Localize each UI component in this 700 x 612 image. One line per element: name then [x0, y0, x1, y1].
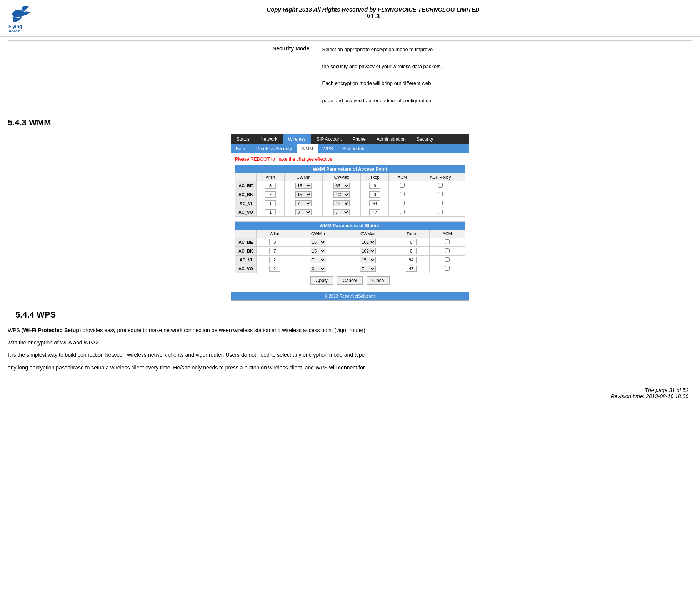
wmm-ap-col-txop: Txop — [361, 173, 389, 181]
nav-administration[interactable]: Administration — [371, 134, 411, 144]
nav-security[interactable]: Security — [411, 134, 438, 144]
wmm-ap-ac-vo-txop-input[interactable] — [369, 209, 380, 215]
wmm-ap-ac-vi-cwmax-select[interactable]: 15 — [333, 200, 350, 206]
wmm-ap-ac-vi-acm-checkbox[interactable] — [400, 201, 405, 205]
copyright-text: Copy Right 2013 All Rights Reserved by F… — [54, 6, 692, 13]
wmm-sta-ac-bk-aifsn-input[interactable] — [269, 248, 280, 254]
wmm-ap-ac-be-ack — [416, 181, 465, 190]
wmm-ap-ac-be-ack-checkbox[interactable] — [438, 183, 443, 188]
wmm-sta-ac-bk-txop-input[interactable] — [406, 248, 417, 254]
wmm-sta-ac-vi-acm-checkbox[interactable] — [445, 257, 450, 262]
sub-nav-station-info[interactable]: Station Info — [338, 144, 370, 153]
wmm-ap-ac-vo-cwmin-select[interactable]: 3 — [295, 209, 312, 215]
wmm-sta-ac-vi-cwmin-select[interactable]: 7 — [310, 257, 326, 263]
close-button[interactable]: Close — [367, 276, 390, 285]
wmm-sta-col-txop: Txop — [393, 230, 429, 238]
wmm-ap-ac-vi-ack-checkbox[interactable] — [438, 201, 443, 205]
nav-status[interactable]: Status — [231, 134, 255, 144]
wmm-ap-ac-vi-cwmin: 7 — [285, 199, 323, 208]
wmm-sta-ac-vi-acm — [430, 255, 465, 264]
wmm-sta-ac-vo-label: AC_VO — [235, 264, 257, 273]
wmm-sta-ac-be-txop-input[interactable] — [406, 239, 417, 245]
wmm-sta-ac-be-cwmin-select[interactable]: 15 — [310, 239, 326, 245]
wmm-sta-ac-vo-acm-checkbox[interactable] — [445, 266, 450, 271]
apply-button[interactable]: Apply — [310, 276, 333, 285]
wmm-ap-ac-bk-txop-input[interactable] — [369, 191, 380, 198]
table-row: AC_VI 7 15 — [235, 199, 465, 208]
wmm-sta-ac-be-aifsn-input[interactable] — [269, 239, 280, 245]
cancel-button[interactable]: Cancel — [337, 276, 363, 285]
wmm-ap-ac-vi-txop-input[interactable] — [369, 200, 380, 206]
nav-network[interactable]: Network — [255, 134, 283, 144]
wps-bold: Wi-Fi Protected Setup — [23, 327, 79, 333]
wmm-sta-ac-be-cwmax-select[interactable]: 1023 — [360, 239, 376, 245]
wmm-ap-ac-bk-aifsn-input[interactable] — [265, 191, 276, 198]
wmm-sta-ac-bk-acm-checkbox[interactable] — [445, 248, 450, 253]
wmm-sta-ac-vi-cwmin: 7 — [293, 255, 343, 264]
wmm-ap-ac-bk-cwmin-select[interactable]: 15 — [295, 191, 312, 198]
wmm-sta-ac-vo-aifsn-input[interactable] — [269, 266, 280, 272]
wmm-sta-ac-vo-acm — [430, 264, 465, 273]
wmm-sta-ac-vo-cwmin-select[interactable]: 3 — [310, 266, 326, 272]
wmm-sta-ac-be-cwmin: 15 — [293, 238, 343, 246]
wmm-sta-ac-be-acm-checkbox[interactable] — [445, 239, 450, 244]
wps-heading: 5.4.4 WPS — [15, 310, 685, 320]
wmm-ap-ac-bk-acm-checkbox[interactable] — [400, 192, 405, 196]
wmm-ap-ac-bk-ack-checkbox[interactable] — [438, 192, 443, 196]
nav-sip-account[interactable]: SIP Account — [311, 134, 347, 144]
wmm-ap-ac-vi-cwmax: 15 — [323, 199, 361, 208]
wmm-ap-col-cwmax: CWMax — [323, 173, 361, 181]
sub-nav-wmm[interactable]: WMM — [297, 144, 318, 153]
wmm-ap-ac-be-acm — [389, 181, 416, 190]
wmm-heading: 5.4.3 WMM — [8, 118, 692, 128]
wmm-ap-ac-vo-ack-checkbox[interactable] — [438, 210, 443, 214]
wmm-sta-ac-vo-txop-input[interactable] — [406, 266, 417, 272]
wmm-sta-ac-vi-txop-input[interactable] — [406, 257, 417, 263]
wmm-ap-ac-be-txop-input[interactable] — [369, 183, 380, 189]
wmm-ap-ac-be-aifsn-input[interactable] — [265, 183, 276, 189]
wmm-sta-ac-bk-label: AC_BK — [235, 246, 257, 255]
page-footer: The page 31 of 52 Revision time: 2013-08… — [0, 379, 700, 403]
wmm-ap-ac-vo-cwmin: 3 — [285, 208, 323, 216]
wmm-ap-ac-bk-cwmax: 1023 — [323, 190, 361, 199]
table-spacer — [235, 217, 465, 221]
wmm-sta-ac-bk-cwmin-select[interactable]: 15 — [310, 248, 326, 254]
wmm-screenshot-wrapper: Status Network Wireless SIP Account Phon… — [0, 134, 700, 301]
table-row: AC_BK 15 1023 — [235, 246, 465, 255]
wmm-sta-col-label — [235, 230, 257, 238]
wmm-ap-ac-bk-acm — [389, 190, 416, 199]
wmm-sta-ac-be-aifsn — [257, 238, 293, 246]
wmm-ap-ac-vo-aifsn-input[interactable] — [265, 209, 276, 215]
svg-text:Flying: Flying — [8, 24, 22, 29]
header-right: Copy Right 2013 All Rights Reserved by F… — [54, 3, 692, 20]
wmm-sta-ac-vi-aifsn-input[interactable] — [269, 257, 280, 263]
wmm-ap-ac-vi-aifsn-input[interactable] — [265, 200, 276, 206]
nav-wireless[interactable]: Wireless — [283, 134, 311, 144]
wmm-sta-ac-vi-cwmax-select[interactable]: 15 — [360, 257, 376, 263]
nav-phone[interactable]: Phone — [347, 134, 371, 144]
wmm-ap-ac-vi-cwmin-select[interactable]: 7 — [295, 200, 312, 206]
wmm-ap-ac-be-cwmin-select[interactable]: 15 — [295, 183, 312, 189]
wmm-ap-ac-bk-cwmax-select[interactable]: 1023 — [333, 191, 350, 198]
wmm-ap-col-acm: ACM — [389, 173, 416, 181]
wmm-sta-ac-vo-cwmax: 7 — [343, 264, 393, 273]
wmm-ap-ac-be-acm-checkbox[interactable] — [400, 183, 405, 188]
wmm-sta-ac-vo-cwmax-select[interactable]: 7 — [360, 266, 376, 272]
wmm-sta-ac-vi-aifsn — [257, 255, 293, 264]
version-text: V1.3 — [54, 13, 692, 20]
logo-area: Flying Voice VoiceoverIP — [8, 3, 54, 33]
wmm-ap-ac-vi-ack — [416, 199, 465, 208]
wmm-ap-ac-be-cwmax: 63 — [323, 181, 361, 190]
wps-text-intro: WPS (Wi-Fi Protected Setup) provides eas… — [8, 327, 365, 333]
wmm-ap-ac-be-cwmin: 15 — [285, 181, 323, 190]
sub-nav-wps[interactable]: WPS — [318, 144, 337, 153]
sub-nav-basic[interactable]: Basic — [231, 144, 252, 153]
sub-nav-wireless-security[interactable]: Wireless Security — [252, 144, 297, 153]
wmm-sta-ac-bk-cwmax-select[interactable]: 1023 — [360, 248, 376, 254]
wps-text-4: any long encryption passphrase to setup … — [8, 363, 692, 372]
wmm-ap-ac-be-aifsn — [257, 181, 285, 190]
wmm-ap-ac-be-cwmax-select[interactable]: 63 — [333, 183, 350, 189]
wmm-ap-ac-vo-cwmax-select[interactable]: 7 — [333, 209, 350, 215]
wmm-ap-ac-vo-acm-checkbox[interactable] — [400, 210, 405, 214]
page-header: Flying Voice VoiceoverIP Copy Right 2013… — [0, 0, 700, 37]
